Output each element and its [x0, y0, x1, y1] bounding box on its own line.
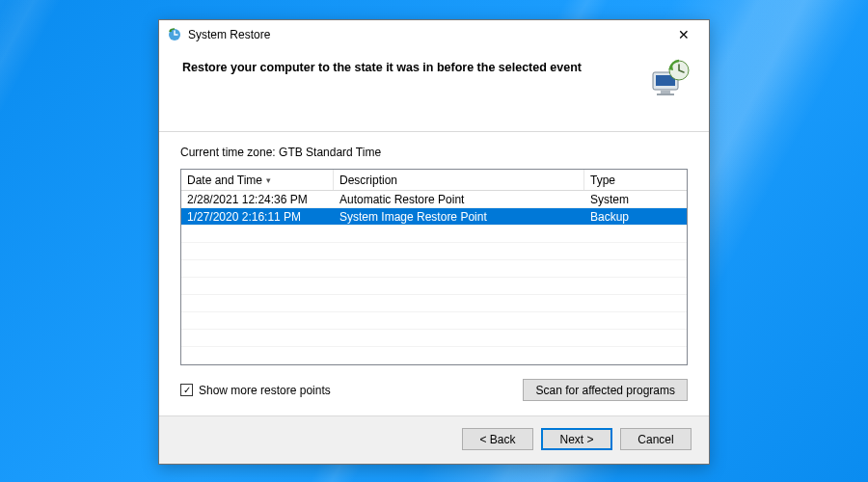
column-header-type-label: Type	[590, 174, 615, 187]
restore-hero-icon	[647, 59, 692, 102]
cancel-button[interactable]: Cancel	[620, 428, 692, 450]
window-title: System Restore	[188, 28, 270, 41]
svg-rect-4	[661, 91, 670, 94]
table-row[interactable]: 1/27/2020 2:16:11 PM System Image Restor…	[181, 208, 687, 226]
system-restore-dialog: System Restore ✕ Restore your computer t…	[158, 19, 710, 465]
scan-affected-button[interactable]: Scan for affected programs	[523, 379, 688, 401]
column-header-description[interactable]: Description	[334, 170, 584, 190]
sort-caret-icon: ▾	[266, 175, 271, 185]
next-button[interactable]: Next >	[541, 428, 612, 450]
dialog-content: Current time zone: GTB Standard Time Dat…	[159, 132, 709, 415]
headline-text: Restore your computer to the state it wa…	[182, 59, 647, 74]
column-header-date[interactable]: Date and Time ▾	[181, 170, 334, 190]
system-restore-icon	[167, 27, 182, 42]
checkmark-icon: ✓	[183, 386, 191, 395]
grid-body: 2/28/2021 12:24:36 PM Automatic Restore …	[181, 191, 687, 364]
table-row[interactable]: 2/28/2021 12:24:36 PM Automatic Restore …	[181, 191, 687, 208]
cell-description: Automatic Restore Point	[334, 193, 584, 206]
column-header-date-label: Date and Time	[187, 174, 262, 187]
column-header-type[interactable]: Type	[584, 170, 687, 190]
close-icon: ✕	[678, 27, 690, 42]
show-more-checkbox[interactable]: ✓	[180, 384, 193, 396]
cell-type: System	[584, 193, 687, 206]
timezone-label: Current time zone: GTB Standard Time	[180, 146, 688, 159]
svg-rect-5	[657, 94, 674, 95]
dialog-footer: < Back Next > Cancel	[159, 415, 709, 464]
cell-type: Backup	[584, 210, 687, 224]
show-more-label: Show more restore points	[199, 384, 331, 397]
close-button[interactable]: ✕	[665, 21, 703, 48]
below-grid-row: ✓ Show more restore points Scan for affe…	[180, 379, 688, 401]
titlebar: System Restore ✕	[159, 20, 709, 49]
back-button[interactable]: < Back	[462, 428, 533, 450]
cell-date: 1/27/2020 2:16:11 PM	[181, 210, 334, 224]
column-header-description-label: Description	[339, 174, 397, 187]
dialog-header: Restore your computer to the state it wa…	[159, 49, 709, 131]
grid-header: Date and Time ▾ Description Type	[181, 170, 687, 191]
cell-date: 2/28/2021 12:24:36 PM	[181, 193, 334, 206]
cell-description: System Image Restore Point	[334, 210, 584, 224]
restore-points-grid: Date and Time ▾ Description Type 2/28/20…	[180, 169, 688, 365]
